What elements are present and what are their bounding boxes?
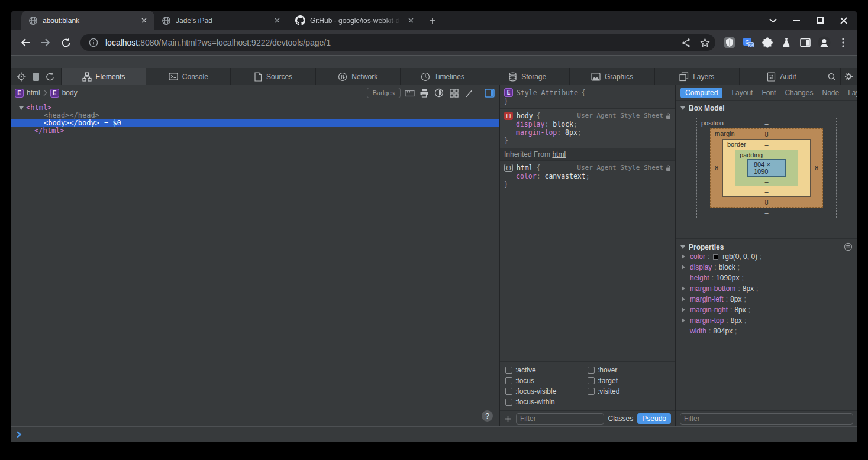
site-info-icon[interactable] [86, 35, 101, 50]
tab-elements[interactable]: Elements [62, 68, 146, 85]
box-model-header[interactable]: Box Model [680, 104, 853, 112]
badges-button[interactable]: Badges [367, 88, 401, 98]
disclosure-triangle[interactable] [680, 106, 685, 110]
box-model-padding[interactable]: padding – – – – 804 × 1090 [735, 150, 798, 186]
disclosure-triangle[interactable] [680, 245, 685, 249]
pseudo-button[interactable]: Pseudo [637, 413, 671, 424]
tab-graphics[interactable]: Graphics [570, 68, 654, 85]
breadcrumb-item-html[interactable]: html [27, 89, 40, 97]
profile-avatar[interactable] [816, 34, 832, 51]
ruler-icon[interactable] [404, 87, 415, 99]
tab-layers[interactable]: Layers [655, 68, 740, 85]
forward-button[interactable] [37, 34, 54, 51]
css-property[interactable]: margin-top: 8px; [504, 128, 671, 137]
pseudo-visited-checkbox[interactable]: :visited [588, 387, 670, 396]
tab-layout[interactable]: Layout [731, 89, 753, 97]
side-panel-icon[interactable] [797, 34, 814, 51]
minimize-button[interactable] [792, 17, 801, 25]
properties-header[interactable]: Properties [680, 242, 853, 251]
computed-property-row[interactable]: display:block; [680, 262, 853, 273]
computed-filter-input[interactable] [680, 413, 853, 425]
bookmark-star-icon[interactable] [698, 35, 712, 50]
pseudo-target-checkbox[interactable]: :target [588, 377, 670, 385]
compass-icon[interactable] [433, 87, 445, 99]
details-sidebar-toggle-icon[interactable] [483, 87, 495, 99]
tab-changes[interactable]: Changes [785, 89, 813, 97]
browser-menu-icon[interactable] [835, 34, 851, 51]
layers-icon [679, 72, 689, 82]
box-model-border[interactable]: border – – – – padding [722, 139, 811, 197]
computed-property-row[interactable]: height:1090px; [680, 273, 853, 283]
style-attribute-section[interactable]: E Style Attribute { } [500, 85, 675, 108]
tab-close-button[interactable] [272, 16, 282, 25]
breadcrumb-item-body[interactable]: body [62, 89, 78, 97]
new-tab-button[interactable] [425, 13, 440, 28]
grid-icon[interactable] [448, 87, 460, 99]
quick-console[interactable] [11, 426, 857, 442]
tab-network[interactable]: Network [316, 68, 401, 85]
tab-close-button[interactable] [406, 16, 415, 25]
tab-github[interactable]: GitHub - google/ios-webkit-d [288, 11, 421, 30]
add-rule-plus-icon[interactable] [504, 415, 512, 423]
tab-search-chevron-icon[interactable] [769, 17, 777, 25]
reload-page-icon[interactable] [46, 72, 55, 82]
style-rule-html[interactable]: {} html { User Agent Style Sheet color: … [500, 161, 675, 192]
tab-timelines[interactable]: Timelines [401, 68, 485, 85]
share-icon[interactable] [679, 35, 693, 50]
inspect-element-icon[interactable] [17, 72, 26, 82]
pseudo-focus-within-checkbox[interactable]: :focus-within [505, 398, 588, 406]
box-model-margin[interactable]: margin 8 8 8 8 border – [710, 128, 823, 208]
pseudo-active-checkbox[interactable]: :active [505, 366, 588, 374]
audit-icon [767, 72, 776, 82]
brush-icon[interactable] [463, 87, 475, 99]
inherited-html-link[interactable]: html [552, 150, 566, 158]
tab-jades-ipad[interactable]: Jade’s iPad [154, 11, 288, 30]
computed-property-row[interactable]: width:804px; [680, 326, 853, 336]
computed-property-row[interactable]: margin-right:8px; [680, 304, 853, 315]
pseudo-hover-checkbox[interactable]: :hover [588, 366, 670, 374]
tab-sources[interactable]: Sources [231, 68, 315, 85]
tab-node[interactable]: Node [822, 89, 839, 97]
dom-node-html-close[interactable]: </html> [11, 127, 499, 135]
inspector-settings-button[interactable] [841, 68, 857, 85]
tab-console[interactable]: Console [146, 68, 231, 85]
reload-button[interactable] [57, 34, 75, 51]
tab-about-blank[interactable]: about:blank [21, 11, 154, 30]
styles-filter-input[interactable] [516, 413, 604, 425]
extensions-puzzle-icon[interactable] [759, 34, 776, 51]
maximize-button[interactable] [816, 17, 824, 25]
pseudo-focus-visible-checkbox[interactable]: :focus-visible [505, 387, 588, 396]
device-icon[interactable] [33, 72, 40, 82]
print-icon[interactable] [418, 87, 430, 99]
shield-extension-icon[interactable] [721, 34, 738, 51]
box-model-position[interactable]: position – – – – margin 8 8 [696, 118, 837, 218]
style-rule-body[interactable]: {} body { User Agent Style Sheet display… [500, 108, 675, 148]
computed-property-row[interactable]: margin-bottom:8px; [680, 283, 853, 294]
tab-computed[interactable]: Computed [680, 88, 722, 98]
back-button[interactable] [17, 34, 34, 51]
disclosure-triangle[interactable] [19, 106, 24, 110]
tab-storage[interactable]: Storage [485, 68, 570, 85]
computed-property-row[interactable]: margin-top:8px; [680, 315, 853, 326]
tab-layers-sidebar[interactable]: Layers [848, 89, 857, 97]
close-window-button[interactable] [840, 17, 848, 25]
css-property[interactable]: color: canvastext; [504, 172, 671, 180]
console-icon [169, 72, 178, 81]
classes-button[interactable]: Classes [608, 414, 634, 423]
translate-extension-icon[interactable]: G文 [740, 34, 757, 51]
tab-font[interactable]: Font [761, 89, 776, 97]
help-button[interactable]: ? [482, 410, 493, 422]
flask-extension-icon[interactable] [778, 34, 795, 51]
console-prompt-icon [16, 431, 22, 438]
tab-audit[interactable]: Audit [740, 68, 824, 85]
address-bar[interactable]: localhost:8080/Main.html?ws=localhost:92… [80, 34, 715, 51]
inspector-search-button[interactable] [824, 68, 841, 85]
dom-node-body-selected[interactable]: <body></body>= $0 [11, 119, 499, 127]
computed-property-row[interactable]: margin-left:8px; [680, 294, 853, 304]
computed-property-row[interactable]: color:rgb(0, 0, 0); [680, 251, 853, 262]
box-model-content-size[interactable]: 804 × 1090 [747, 159, 786, 177]
css-property[interactable]: display: block; [504, 120, 671, 128]
properties-menu-icon[interactable] [844, 242, 853, 251]
pseudo-focus-checkbox[interactable]: :focus [505, 377, 588, 385]
tab-close-button[interactable] [139, 16, 149, 25]
